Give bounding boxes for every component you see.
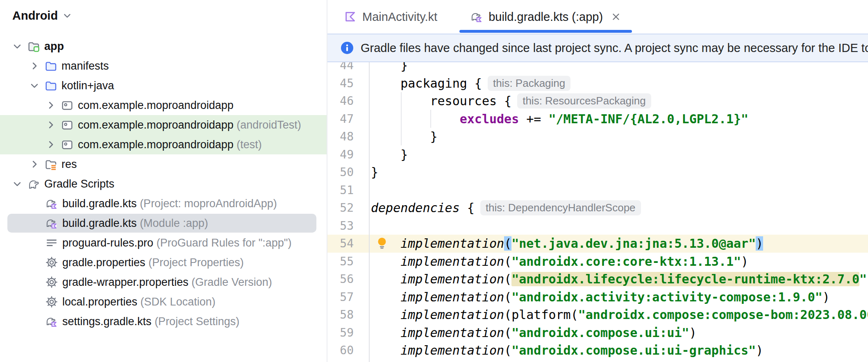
- gutter-separator: [369, 62, 370, 362]
- code-text: excludes += "/META-INF/{AL2.0,LGPL2.1}": [371, 112, 748, 126]
- tree-item-local.properties[interactable]: local.properties (SDK Location): [0, 292, 327, 312]
- code-line-56[interactable]: 56 implementation("androidx.lifecycle:li…: [327, 270, 868, 288]
- tree-item-qualifier: (Module :app): [140, 217, 208, 229]
- tree-item-build.gradle.kts[interactable]: build.gradle.kts (Project: moproAndroidA…: [0, 194, 327, 213]
- close-icon[interactable]: [611, 11, 621, 22]
- line-number: 55: [327, 255, 369, 268]
- chevron-down-icon[interactable]: [29, 80, 40, 91]
- code-line-57[interactable]: 57 implementation("androidx.activity:act…: [327, 288, 868, 306]
- code-line-59[interactable]: 59 implementation("androidx.compose.ui:u…: [327, 324, 868, 342]
- chevron-down-icon[interactable]: [11, 178, 23, 190]
- tree-item-label: build.gradle.kts (Project: moproAndroidA…: [62, 197, 277, 210]
- line-number: 50: [327, 165, 369, 179]
- tree-item-label: gradle-wrapper.properties (Gradle Versio…: [62, 276, 272, 289]
- code-line-55[interactable]: 55 implementation("androidx.core:core-kt…: [327, 253, 868, 271]
- indent-guide: [430, 110, 431, 128]
- banner-message: Gradle files have changed since last pro…: [361, 41, 868, 55]
- package-icon: [61, 118, 74, 131]
- code-line-44[interactable]: 44 }: [327, 62, 868, 75]
- tree-item-qualifier: (Gradle Version): [191, 276, 272, 288]
- chevron-right-icon[interactable]: [45, 139, 57, 150]
- line-number: 53: [327, 219, 369, 233]
- tree-item-qualifier: (test): [236, 138, 262, 151]
- gradle-kts-icon: [45, 197, 58, 210]
- tree-item-settings.gradle.kts[interactable]: settings.gradle.kts (Project Settings): [0, 312, 327, 331]
- editor-tab-mainactivity.kt[interactable]: MainActivity.kt: [327, 0, 454, 34]
- tree-item-gradle-scripts[interactable]: Gradle Scripts: [0, 174, 327, 194]
- folder-icon: [44, 79, 57, 92]
- editor-tab-build.gradle.kts-app-[interactable]: build.gradle.kts (:app): [454, 0, 638, 34]
- chevron-right-icon[interactable]: [29, 158, 40, 170]
- code-line-46[interactable]: 46 resources {this: ResourcesPackaging: [327, 92, 868, 110]
- active-tab-underline: [459, 30, 632, 33]
- tree-item-build.gradle.kts[interactable]: build.gradle.kts (Module :app): [0, 213, 327, 233]
- resource-folder-icon: [44, 158, 57, 171]
- line-number: 56: [327, 272, 369, 286]
- code-line-52[interactable]: 52dependencies {this: DependencyHandlerS…: [327, 199, 868, 217]
- code-line-60[interactable]: 60 implementation("androidx.compose.ui:u…: [327, 342, 868, 360]
- chevron-down-icon: [62, 10, 73, 21]
- line-number: 59: [327, 326, 369, 339]
- project-tree[interactable]: appmanifestskotlin+javacom.example.mopro…: [0, 36, 327, 331]
- code-text: resources {this: ResourcesPackaging: [371, 93, 651, 109]
- tree-item-com.example.moproandroidapp[interactable]: com.example.moproandroidapp: [0, 95, 327, 115]
- tree-item-com.example.moproandroidapp[interactable]: com.example.moproandroidapp (androidTest…: [0, 115, 327, 135]
- code-text: }: [371, 129, 438, 144]
- code-line-58[interactable]: 58 implementation(platform("androidx.com…: [327, 306, 868, 324]
- tree-item-qualifier: (androidTest): [236, 119, 301, 131]
- tree-item-manifests[interactable]: manifests: [0, 56, 327, 76]
- gear-icon: [45, 276, 58, 289]
- tree-item-label: build.gradle.kts (Module :app): [62, 217, 208, 230]
- line-number: 60: [327, 344, 369, 357]
- package-icon: [61, 99, 74, 112]
- tree-item-qualifier: (Project Settings): [155, 315, 239, 328]
- folder-icon: [44, 59, 57, 72]
- tree-item-gradle-wrapper.properties[interactable]: gradle-wrapper.properties (Gradle Versio…: [0, 272, 327, 292]
- tree-item-label: settings.gradle.kts (Project Settings): [62, 315, 239, 328]
- code-line-51[interactable]: 51: [327, 181, 868, 199]
- tree-item-res[interactable]: res: [0, 154, 327, 174]
- tree-item-com.example.moproandroidapp[interactable]: com.example.moproandroidapp (test): [0, 135, 327, 154]
- inlay-hint: this: DependencyHandlerScope: [480, 200, 641, 215]
- code-line-50[interactable]: 50}: [327, 163, 868, 181]
- lightbulb-icon[interactable]: [375, 236, 389, 251]
- tree-item-proguard-rules.pro[interactable]: proguard-rules.pro (ProGuard Rules for "…: [0, 233, 327, 253]
- module-folder-icon: [27, 40, 40, 53]
- tree-item-label: app: [44, 40, 64, 53]
- project-view-selector[interactable]: Android: [12, 6, 73, 25]
- kotlin-icon: [344, 10, 357, 23]
- code-line-49[interactable]: 49 }: [327, 146, 868, 164]
- code-line-47[interactable]: 47 excludes += "/META-INF/{AL2.0,LGPL2.1…: [327, 110, 868, 128]
- code-line-53[interactable]: 53: [327, 217, 868, 235]
- code-line-45[interactable]: 45 packaging {this: Packaging: [327, 75, 868, 93]
- code-editor[interactable]: 44 }45 packaging {this: Packaging46 reso…: [327, 62, 868, 362]
- chevron-right-icon[interactable]: [45, 100, 57, 111]
- line-number: 45: [327, 77, 369, 90]
- tree-item-qualifier: (ProGuard Rules for ":app"): [157, 237, 292, 249]
- package-icon: [61, 138, 74, 151]
- tree-item-qualifier: (Project Properties): [148, 256, 244, 269]
- tree-item-gradle.properties[interactable]: gradle.properties (Project Properties): [0, 253, 327, 272]
- code-line-54[interactable]: 54 implementation("net.java.dev.jna:jna:…: [327, 235, 868, 253]
- project-tool-window: Android appmanifestskotlin+javacom.examp…: [0, 0, 327, 362]
- code-text: }: [371, 62, 408, 72]
- tree-item-app[interactable]: app: [0, 36, 327, 56]
- tree-item-label: kotlin+java: [61, 79, 114, 92]
- editor-area: MainActivity.ktbuild.gradle.kts (:app) G…: [327, 0, 868, 362]
- code-text: implementation("androidx.core:core-ktx:1…: [371, 254, 748, 269]
- gradle-kts-icon: [470, 10, 483, 23]
- tree-item-label: local.properties (SDK Location): [62, 296, 216, 308]
- tree-item-label: gradle.properties (Project Properties): [62, 256, 244, 269]
- line-number: 47: [327, 112, 369, 126]
- line-number: 58: [327, 308, 369, 321]
- chevron-down-icon[interactable]: [11, 41, 23, 52]
- chevron-right-icon[interactable]: [45, 119, 57, 131]
- info-icon: [341, 42, 353, 54]
- line-number: 54: [327, 237, 369, 250]
- chevron-right-icon[interactable]: [29, 60, 40, 72]
- gear-icon: [45, 256, 58, 269]
- code-text: }: [371, 165, 378, 179]
- tree-item-label: manifests: [61, 60, 109, 72]
- tree-item-kotlin+java[interactable]: kotlin+java: [0, 76, 327, 95]
- code-line-48[interactable]: 48 }: [327, 128, 868, 146]
